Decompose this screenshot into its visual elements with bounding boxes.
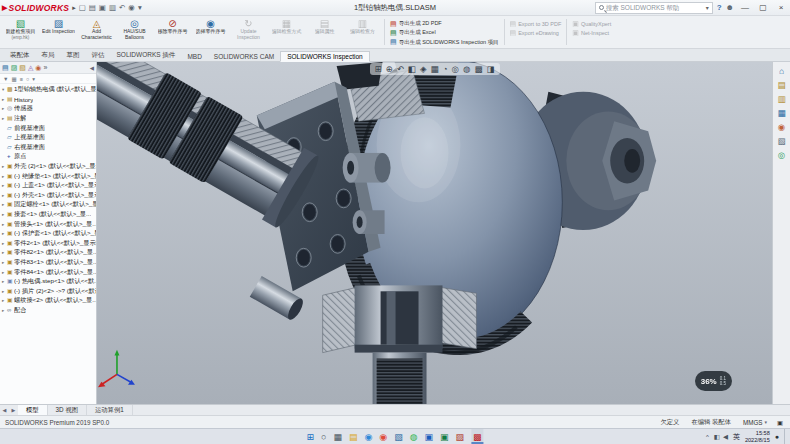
zoom-fit-icon[interactable]: ⊞ <box>374 64 381 74</box>
panel-overflow-arrow[interactable]: » <box>43 64 47 72</box>
tree-item[interactable]: ▸ ▣ 螺纹接<2> (默认<<默认>_显... <box>0 296 96 306</box>
ribbon-export-button[interactable]: ▤ Export eDrawing <box>508 29 564 39</box>
tab-scroll-right[interactable]: ▶ <box>9 405 18 415</box>
model-tab[interactable]: 运动算例1 <box>87 405 133 415</box>
search-tree-icon[interactable]: ○ <box>26 76 29 82</box>
tree-item[interactable]: ▸ ▣ 管接头<1> (默认<<默认>_显... <box>0 219 96 229</box>
tree-item[interactable]: ▸ ▣ 零件83<1> (默认<<默认>_显... <box>0 258 96 268</box>
ribbon-button[interactable]: ▧ 新建检查项目 (emp.hk) <box>2 17 39 47</box>
featuremanager-tab[interactable]: ▤ <box>2 64 9 72</box>
section-view-icon[interactable]: ◧ <box>408 64 416 74</box>
view-settings-icon[interactable]: ◨ <box>486 64 494 74</box>
mail-app[interactable]: ▧ <box>394 429 403 444</box>
edge-browser[interactable]: ◉ <box>364 429 372 444</box>
ribbon-tab[interactable]: 布局 <box>36 50 61 61</box>
appearances-scenes-tab[interactable]: ◉ <box>778 123 785 132</box>
tree-item[interactable]: ▾ ▩ 1型铂轴热电偶 (默认<默认_显示状态-1 <box>0 85 96 95</box>
forum-tab[interactable]: ◎ <box>778 151 785 160</box>
cad-app[interactable]: ▨ <box>456 429 465 444</box>
print-icon[interactable]: ▥ <box>109 3 116 12</box>
file-explorer[interactable]: ▤ <box>349 429 358 444</box>
display-style-icon[interactable]: ◔ <box>442 64 447 74</box>
close-button[interactable]: × <box>774 3 788 12</box>
ribbon-tab[interactable]: 装配体 <box>4 50 36 61</box>
apply-scene-icon[interactable]: ▩ <box>474 64 482 74</box>
ribbon-button[interactable]: ◬ Add Characteristic <box>78 17 115 47</box>
ribbon-export-button[interactable]: ▤ 导出生成 2D PDF <box>388 19 501 28</box>
user-account-icon[interactable]: ☻ <box>726 3 734 12</box>
tree-item[interactable]: ▸ ▣ 零件2<1> (默认<<默认>_显示状... <box>0 239 96 249</box>
wechat[interactable]: ◍ <box>410 429 418 444</box>
tree-item[interactable]: ▸ ∞ 配合 <box>0 306 96 316</box>
ribbon-tab[interactable]: SOLIDWORKS CAM <box>208 52 280 61</box>
hide-show-items-icon[interactable]: ◎ <box>452 64 459 74</box>
status-item-arrow[interactable]: ▾ <box>765 419 768 425</box>
zoom-area-icon[interactable]: ⊕ <box>386 64 393 74</box>
tree-item[interactable]: + 原点 <box>0 152 96 162</box>
tree-item[interactable]: ▸ ▣ (-) 上盖<1> (默认<<默认>_显示... <box>0 181 96 191</box>
minimize-button[interactable]: — <box>738 3 752 12</box>
dimxpertmanager-tab[interactable]: ◬ <box>28 64 33 72</box>
ribbon-export-button[interactable]: ▣ QualityXpert <box>570 19 613 29</box>
display-pane-icon[interactable]: ▦ <box>11 76 16 82</box>
ribbon-tab[interactable]: SOLIDWORKS Inspection <box>280 51 370 62</box>
ribbon-tab[interactable]: MBD <box>181 52 207 61</box>
tree-item[interactable]: ▸ ▣ 外壳 (2)<1> (默认<<默认>_显示状态 <box>0 162 96 172</box>
tree-item[interactable]: ▸ ▣ (-) 外壳<1> (默认<<默认>_显示状... <box>0 191 96 201</box>
rebuild-icon[interactable]: ◉ <box>128 3 135 12</box>
view-palette-tab[interactable]: ▦ <box>777 109 785 118</box>
help-button[interactable]: ? <box>717 3 722 12</box>
search-dropdown-arrow[interactable]: ▾ <box>706 4 709 11</box>
ribbon-button[interactable]: ↻ Update Inspection Project <box>230 17 267 47</box>
ribbon-button[interactable]: ▦ 编辑检查方式 <box>268 17 305 47</box>
edit-appearance-icon[interactable]: ◍ <box>463 64 470 74</box>
dynamic-annotation-icon[interactable]: ◈ <box>420 64 427 74</box>
propertymanager-tab[interactable]: ▨ <box>11 64 18 72</box>
filter-icon[interactable]: ▼ <box>3 76 8 82</box>
tree-item[interactable]: ▱ 上视基准面 <box>0 133 96 143</box>
ribbon-button[interactable]: ▨ Edit Inspection <box>40 17 77 47</box>
ribbon-export-button[interactable]: ▤ Export to 3D PDF <box>508 19 564 29</box>
tree-item[interactable]: ▸ ▣ (-) 保护套<1> (默认<<默认>_显... <box>0 229 96 239</box>
undo-icon[interactable]: ↶ <box>119 3 125 12</box>
tree-item[interactable]: ▸ ▣ (-) 插片 (2)<2> ->? (默认<<默认... <box>0 286 96 296</box>
tree-item[interactable]: ▸ ▣ 接套<1> (默认<<默认>_显... <box>0 210 96 220</box>
model-3d-view[interactable] <box>97 62 772 404</box>
panel-collapse-arrow[interactable]: ◀ <box>90 65 94 71</box>
start-button[interactable]: ⊞ <box>306 429 314 444</box>
graphics-area[interactable]: ⊞⊕↶◧◈▦◔◎◍▩◨ 36% 0.1 0.5 <box>97 62 772 404</box>
model-tab[interactable]: 3D 视图 <box>48 405 87 415</box>
excel[interactable]: ▣ <box>440 429 449 444</box>
ribbon-export-button[interactable]: ▤ 导出生成 SOLIDWORKS Inspection 项目 <box>388 38 501 47</box>
ribbon-export-button[interactable]: ▣ Net-Inspect <box>570 29 613 39</box>
open-file-icon[interactable]: ▤ <box>89 3 96 12</box>
maximize-button[interactable]: ▢ <box>756 3 770 12</box>
solidworks-resources-tab[interactable]: ⌂ <box>779 67 784 76</box>
help-search-box[interactable]: ▾ <box>595 2 713 14</box>
configurationmanager-tab[interactable]: ▧ <box>19 64 26 72</box>
tree-item[interactable]: ▸ ▣ 零件84<1> (默认<<默认>_显... <box>0 267 96 277</box>
ribbon-button[interactable]: ◉ 选择零件序号 <box>192 17 229 47</box>
ribbon-tab[interactable]: 草图 <box>61 50 86 61</box>
new-file-icon[interactable]: ▢ <box>79 3 86 12</box>
tree-item[interactable]: ▸ ▤ 注解 <box>0 114 96 124</box>
ribbon-button[interactable]: ▥ 编辑检查方 <box>344 17 381 47</box>
tree-item[interactable]: ▱ 右视基准面 <box>0 143 96 153</box>
volume-icon[interactable]: ◀ <box>723 433 728 441</box>
displaymanager-tab[interactable]: ◉ <box>35 64 41 72</box>
tray-chevron-icon[interactable]: ^ <box>706 434 709 440</box>
word[interactable]: ▣ <box>425 429 434 444</box>
tree-item[interactable]: ▸ ▤ History <box>0 95 96 105</box>
system-clock[interactable]: 15:58 2022/8/15 <box>745 430 770 442</box>
ime-indicator[interactable]: 英 <box>733 432 740 442</box>
save-icon[interactable]: ▣ <box>99 3 106 12</box>
file-explorer-tab[interactable]: ▥ <box>777 95 785 104</box>
previous-view-icon[interactable]: ↶ <box>397 64 404 74</box>
ribbon-button[interactable]: ◎ HAU/SUB Balloons <box>116 17 153 47</box>
hierarchy-icon[interactable]: ≡ <box>20 76 23 82</box>
ribbon-button[interactable]: ⊘ 移除零件序号 <box>154 17 191 47</box>
tree-item[interactable]: ▸ ▣ 零件82<1> (默认<<默认>_显... <box>0 248 96 258</box>
custom-properties-tab[interactable]: ▧ <box>777 137 785 146</box>
solidworks-app[interactable]: ▩ <box>471 429 484 444</box>
show-desktop-button[interactable] <box>784 429 787 444</box>
